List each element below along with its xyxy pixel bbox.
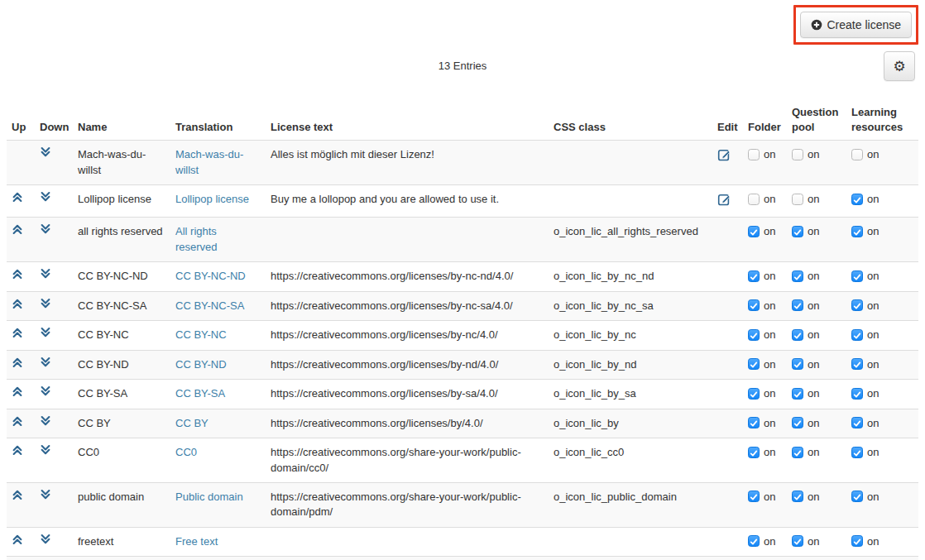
move-down-button[interactable] [40,223,51,235]
translation-link[interactable]: All rights reserved [175,225,218,252]
move-up-button[interactable] [12,327,23,338]
folder-checkbox[interactable] [748,491,760,502]
move-up-button[interactable] [12,191,23,203]
translation-link[interactable]: CC0 [175,446,197,458]
translation-link[interactable]: CC BY-NC [175,328,227,341]
translation-link[interactable]: CC BY-ND [175,358,227,371]
checkbox-label: on [867,387,879,400]
translation-link[interactable]: Lollipop license [175,193,249,205]
question-pool-checkbox[interactable] [792,358,803,370]
learning-resources-checkbox[interactable] [851,388,863,400]
translation-link[interactable]: CC BY-NC-ND [175,270,246,282]
learning-resources-cell: on [846,350,918,379]
folder-checkbox[interactable] [748,535,760,547]
edit-button[interactable] [717,147,731,161]
folder-checkbox[interactable] [748,226,760,237]
learning-resources-checkbox[interactable] [851,299,863,311]
move-down-button[interactable] [40,298,51,309]
learning-resources-checkbox[interactable] [851,417,863,428]
learning-resources-checkbox[interactable] [851,149,863,160]
css-class: o_icon_lic_by_sa [549,380,712,409]
header-up: Up [7,99,35,141]
css-class: o_icon_lic_public_domain [549,482,712,527]
learning-resources-checkbox[interactable] [851,329,863,341]
move-down-button[interactable] [40,444,51,456]
move-up-button[interactable] [12,489,23,500]
translation-link[interactable]: CC BY-NC-SA [175,299,244,312]
header-down: Down [35,99,73,141]
folder-checkbox[interactable] [748,447,760,458]
question-pool-checkbox[interactable] [792,194,803,205]
license-name: CC BY [73,409,170,438]
folder-checkbox[interactable] [748,194,760,205]
question-pool-checkbox[interactable] [792,417,803,428]
translation-link[interactable]: CC BY [175,417,208,429]
translation-link[interactable]: Free text [175,535,218,548]
license-table-body: Mach-was-du-willstMach-was-du-willstAlle… [7,141,918,560]
table-row: CC BY-NDCC BY-NDhttps://creativecommons.… [7,350,918,379]
move-down-button[interactable] [40,146,51,158]
folder-checkbox[interactable] [748,329,760,341]
move-down-button[interactable] [40,534,51,545]
move-up-button[interactable] [12,534,23,545]
move-down-button[interactable] [40,191,51,203]
learning-resources-cell: on [846,380,918,409]
folder-checkbox[interactable] [748,270,760,282]
move-up-button[interactable] [12,444,23,456]
learning-resources-checkbox[interactable] [851,491,863,502]
learning-resources-checkbox[interactable] [851,358,863,370]
license-text: https://creativecommons.org/licenses/by-… [266,350,549,379]
folder-checkbox[interactable] [748,417,760,428]
folder-checkbox[interactable] [748,299,760,311]
folder-checkbox[interactable] [748,358,760,370]
checkbox-label: on [764,491,775,503]
folder-checkbox[interactable] [748,149,760,160]
question-pool-checkbox[interactable] [792,299,803,311]
move-up-button[interactable] [12,223,23,235]
question-pool-checkbox[interactable] [792,270,803,282]
create-license-button[interactable]: Create license [800,12,913,38]
move-down-cell [35,218,73,262]
move-up-button[interactable] [12,385,23,397]
question-pool-checkbox[interactable] [792,535,803,547]
move-down-button[interactable] [40,385,51,397]
table-settings-button[interactable]: ⚙ [884,51,915,81]
edit-button[interactable] [717,192,731,206]
move-down-cell [35,482,73,527]
folder-cell: on [743,350,787,379]
move-down-button[interactable] [40,489,51,500]
css-class: o_icon_lic_no_license [549,557,712,560]
translation-link[interactable]: Mach-was-du-willst [175,148,243,175]
move-up-cell [7,380,35,409]
translation-link[interactable]: CC BY-SA [175,387,225,400]
learning-resources-checkbox[interactable] [851,447,863,458]
question-pool-checkbox[interactable] [792,329,803,341]
question-pool-checkbox[interactable] [792,447,803,458]
checkbox-label: on [808,148,819,160]
angle-double-down-icon [40,415,51,427]
translation-cell: CC BY-NC [170,321,266,350]
question-pool-checkbox[interactable] [792,149,803,160]
translation-link[interactable]: Public domain [175,491,243,503]
learning-resources-checkbox[interactable] [851,226,863,237]
learning-resources-checkbox[interactable] [851,270,863,282]
learning-resources-checkbox[interactable] [851,194,863,205]
css-class [549,141,712,185]
move-down-cell [35,409,73,438]
move-down-button[interactable] [40,357,51,368]
question-pool-checkbox[interactable] [792,226,803,237]
move-down-button[interactable] [40,415,51,427]
move-up-button[interactable] [12,268,23,280]
table-row: CC0CC0https://creativecommons.org/share-… [7,438,918,483]
move-down-cell [35,527,73,556]
move-down-button[interactable] [40,268,51,280]
move-up-button[interactable] [12,298,23,309]
move-down-button[interactable] [40,327,51,338]
move-up-button[interactable] [12,357,23,368]
move-up-button[interactable] [12,415,23,427]
edit-cell [712,321,743,350]
folder-checkbox[interactable] [748,388,760,400]
learning-resources-checkbox[interactable] [851,535,863,547]
question-pool-checkbox[interactable] [792,388,803,400]
question-pool-checkbox[interactable] [792,491,803,502]
